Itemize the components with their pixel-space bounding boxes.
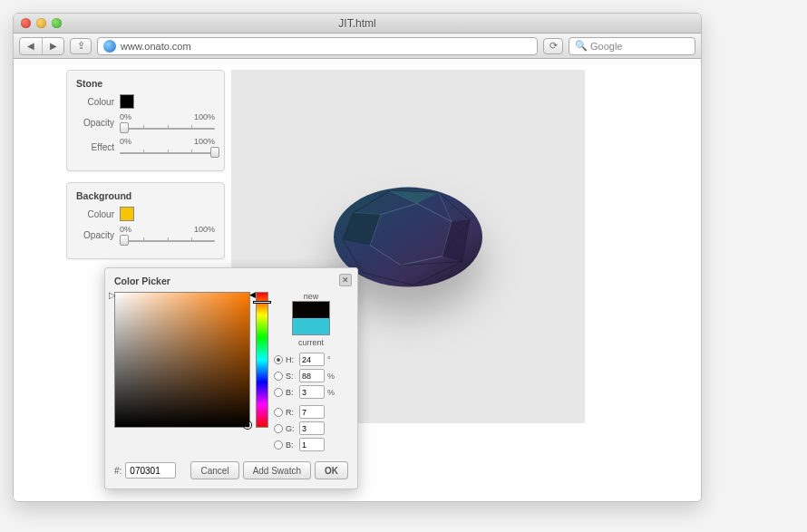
radio-r[interactable] (274, 408, 283, 417)
page-content: Stone Colour Opacity 0% 100% (14, 59, 701, 501)
cancel-button[interactable]: Cancel (190, 461, 238, 479)
opacity-label: Opacity (76, 230, 114, 240)
color-picker-dialog: ✕ Color Picker ▷ ◀ new (104, 267, 358, 489)
stone-opacity-slider[interactable] (120, 122, 215, 133)
effect-label: Effect (76, 142, 114, 152)
nav-buttons: ◀ ▶ (19, 37, 64, 55)
window-title: JIT.html (14, 17, 701, 30)
stone-panel: Stone Colour Opacity 0% 100% (66, 70, 225, 171)
browser-toolbar: ◀ ▶ ⇪ www.onato.com ⟳ 🔍 Google (14, 34, 701, 59)
colour-label: Colour (76, 97, 114, 107)
sv-marker-icon: ▷ (109, 290, 116, 300)
colour-label: Colour (76, 209, 114, 219)
search-field[interactable]: 🔍 Google (569, 37, 695, 55)
share-button[interactable]: ⇪ (70, 38, 92, 54)
titlebar: JIT.html (14, 14, 701, 34)
stone-colour-swatch[interactable] (120, 94, 134, 109)
r-input[interactable] (299, 405, 325, 419)
opacity-min: 0% (120, 112, 131, 121)
url-text: www.onato.com (121, 41, 191, 52)
opacity-min: 0% (120, 225, 131, 234)
zoom-icon[interactable] (52, 18, 62, 28)
panel-title: Stone (76, 78, 215, 89)
opacity-label: Opacity (76, 118, 114, 128)
close-icon[interactable] (21, 18, 31, 28)
b-input[interactable] (299, 385, 325, 399)
reload-button[interactable]: ⟳ (543, 38, 563, 54)
url-bar[interactable]: www.onato.com (97, 37, 538, 55)
search-icon: 🔍 (575, 40, 588, 52)
new-label: new (304, 292, 319, 301)
current-color-swatch (293, 318, 329, 334)
background-opacity-slider[interactable] (120, 235, 215, 246)
s-input[interactable] (299, 369, 325, 382)
opacity-max: 100% (194, 225, 215, 234)
hue-slider[interactable] (256, 292, 268, 428)
add-swatch-button[interactable]: Add Swatch (243, 461, 311, 479)
minimize-icon[interactable] (36, 18, 46, 28)
ok-button[interactable]: OK (315, 461, 348, 479)
color-compare (292, 301, 330, 335)
b2-input[interactable] (299, 438, 325, 451)
picker-title: Color Picker (114, 276, 348, 286)
h-input[interactable] (299, 353, 325, 366)
sv-marker-icon: ◀ (249, 290, 256, 299)
site-icon (103, 40, 116, 53)
effect-min: 0% (120, 137, 131, 146)
hex-input[interactable] (125, 462, 176, 479)
opacity-max: 100% (194, 112, 215, 121)
stone-effect-slider[interactable] (120, 147, 215, 158)
sv-cursor-icon (244, 421, 251, 429)
current-label: current (298, 338, 324, 347)
background-colour-swatch[interactable] (120, 207, 134, 221)
radio-s[interactable] (274, 372, 283, 381)
radio-g[interactable] (274, 424, 283, 433)
effect-max: 100% (194, 137, 215, 146)
search-placeholder: Google (590, 41, 622, 52)
back-button[interactable]: ◀ (20, 38, 42, 54)
browser-window: JIT.html ◀ ▶ ⇪ www.onato.com ⟳ 🔍 Google (13, 13, 702, 502)
background-panel: Background Colour Opacity 0% 100% (66, 182, 225, 259)
close-button[interactable]: ✕ (339, 274, 352, 286)
hex-label: #: (114, 466, 122, 476)
saturation-value-box[interactable]: ▷ ◀ (114, 292, 250, 428)
panel-title: Background (76, 190, 215, 201)
radio-h[interactable] (274, 355, 283, 364)
radio-b2[interactable] (274, 440, 283, 450)
radio-b[interactable] (274, 388, 283, 397)
g-input[interactable] (299, 421, 325, 435)
new-color-swatch (293, 302, 329, 318)
forward-button[interactable]: ▶ (42, 38, 63, 54)
hue-thumb-icon (253, 301, 271, 304)
